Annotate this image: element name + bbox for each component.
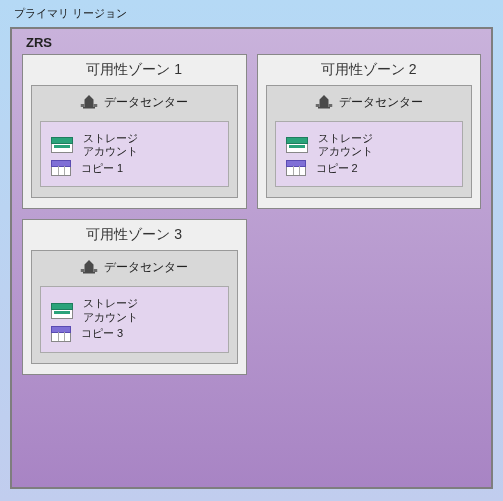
availability-zone-3: 可用性ゾーン 3 データセンター ストレージ アカウント [22, 219, 247, 374]
svg-rect-5 [94, 269, 98, 272]
datacenter-box: データセンター ストレージ アカウント コピー 3 [31, 250, 238, 363]
datacenter-icon [80, 257, 98, 278]
datacenter-box: データセンター ストレージ アカウント コピー 2 [266, 85, 473, 198]
copy-label: コピー 3 [81, 327, 123, 340]
svg-rect-0 [81, 104, 85, 107]
copy-row: コピー 1 [51, 160, 218, 176]
table-icon [286, 160, 306, 176]
storage-account-row: ストレージ アカウント [51, 297, 218, 323]
datacenter-box: データセンター ストレージ アカウント コピー 1 [31, 85, 238, 198]
availability-zone-2: 可用性ゾーン 2 データセンター ストレージ アカウント [257, 54, 482, 209]
zrs-box: ZRS 可用性ゾーン 1 データセンター [10, 27, 493, 489]
datacenter-icon [80, 92, 98, 113]
svg-rect-1 [94, 104, 98, 107]
datacenter-label: データセンター [339, 94, 423, 111]
table-icon [51, 326, 71, 342]
copy-label: コピー 2 [316, 162, 358, 175]
datacenter-label: データセンター [104, 94, 188, 111]
storage-account-row: ストレージ アカウント [51, 132, 218, 158]
availability-zone-1: 可用性ゾーン 1 データセンター ストレージ アカウント [22, 54, 247, 209]
svg-rect-2 [316, 104, 320, 107]
datacenter-header: データセンター [40, 257, 229, 278]
primary-region-label: プライマリ リージョン [14, 6, 493, 21]
copy-row: コピー 3 [51, 326, 218, 342]
datacenter-icon [315, 92, 333, 113]
copy-label: コピー 1 [81, 162, 123, 175]
zone-title: 可用性ゾーン 1 [31, 61, 238, 79]
svg-rect-3 [328, 104, 332, 107]
storage-account-box: ストレージ アカウント コピー 2 [275, 121, 464, 187]
primary-region-box: プライマリ リージョン ZRS 可用性ゾーン 1 データセンター [0, 0, 503, 501]
storage-icon [286, 137, 308, 153]
zone-title: 可用性ゾーン 2 [266, 61, 473, 79]
datacenter-header: データセンター [275, 92, 464, 113]
copy-row: コピー 2 [286, 160, 453, 176]
storage-icon [51, 303, 73, 319]
storage-account-label: ストレージ アカウント [83, 132, 138, 158]
datacenter-header: データセンター [40, 92, 229, 113]
zones-grid: 可用性ゾーン 1 データセンター ストレージ アカウント [22, 54, 481, 375]
table-icon [51, 160, 71, 176]
storage-account-box: ストレージ アカウント コピー 3 [40, 286, 229, 352]
storage-account-label: ストレージ アカウント [83, 297, 138, 323]
storage-account-box: ストレージ アカウント コピー 1 [40, 121, 229, 187]
storage-icon [51, 137, 73, 153]
storage-account-row: ストレージ アカウント [286, 132, 453, 158]
storage-account-label: ストレージ アカウント [318, 132, 373, 158]
zone-title: 可用性ゾーン 3 [31, 226, 238, 244]
svg-rect-4 [81, 269, 85, 272]
zrs-label: ZRS [26, 35, 481, 50]
datacenter-label: データセンター [104, 259, 188, 276]
